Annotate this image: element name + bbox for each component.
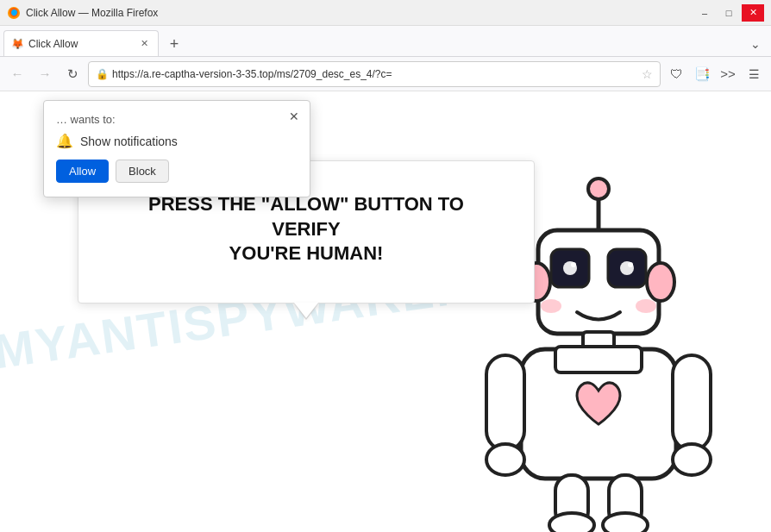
block-button[interactable]: Block [116,160,169,183]
svg-point-12 [541,299,561,313]
svg-rect-17 [486,355,524,450]
titlebar-left: Click Allow — Mozilla Firefox [7,6,158,20]
titlebar-controls: – □ ✕ [693,4,764,22]
svg-rect-19 [673,355,711,450]
back-button[interactable]: ← [5,62,29,86]
svg-point-24 [603,513,648,532]
svg-point-11 [628,262,633,267]
shield-button[interactable]: 🛡 [664,62,688,86]
new-tab-button[interactable]: + [162,32,186,56]
close-button[interactable]: ✕ [742,4,764,22]
bookmark-star-icon[interactable]: ☆ [642,67,653,81]
svg-point-18 [486,444,524,475]
svg-rect-16 [555,347,642,372]
svg-point-20 [673,444,711,475]
notification-popup: ✕ … wants to: 🔔 Show notifications Allow… [43,100,310,197]
message-title-line1: PRESS THE "ALLOW" BUTTON TO VERIFY [113,192,499,241]
reload-button[interactable]: ↻ [60,62,85,86]
svg-point-13 [636,299,656,313]
svg-point-2 [588,178,609,199]
tab-favicon-icon: 🦊 [11,38,23,50]
more-tools-button[interactable]: >> [716,62,740,86]
popup-buttons: Allow Block [56,160,298,183]
popup-close-button[interactable]: ✕ [285,108,303,125]
svg-point-5 [647,263,674,301]
message-title-line2: YOU'RE HUMAN! [113,241,499,266]
bookmark-button[interactable]: 📑 [690,62,714,86]
address-text: https://a.re-captha-version-3-35.top/ms/… [112,68,638,80]
popup-permission-row: 🔔 Show notifications [56,133,298,149]
address-bar[interactable]: 🔒 https://a.re-captha-version-3-35.top/m… [88,61,661,87]
forward-button[interactable]: → [33,62,57,86]
tab-expand-button[interactable]: ⌄ [743,32,768,56]
menu-button[interactable]: ☰ [742,62,766,86]
allow-button[interactable]: Allow [56,160,109,183]
lock-icon: 🔒 [96,68,109,80]
nav-extra-buttons: 🛡 📑 >> ☰ [664,62,766,86]
tab-title: Click Allow [28,38,132,50]
firefox-logo-icon [7,6,21,20]
maximize-button[interactable]: □ [718,4,740,22]
tab-close-button[interactable]: ✕ [137,37,151,51]
titlebar-title: Click Allow — Mozilla Firefox [26,7,158,19]
minimize-button[interactable]: – [693,4,716,22]
popup-permission-text: Show notifications [80,135,178,148]
titlebar: Click Allow — Mozilla Firefox – □ ✕ [0,0,771,26]
content-area: MYANTISPYWARE.COM ✕ … wants to: 🔔 Show n… [0,91,771,532]
svg-point-23 [549,513,594,532]
active-tab[interactable]: 🦊 Click Allow ✕ [3,30,159,56]
svg-point-10 [571,262,576,267]
navbar: ← → ↻ 🔒 https://a.re-captha-version-3-35… [0,57,771,91]
popup-wants-to-text: … wants to: [56,113,298,126]
bell-icon: 🔔 [56,133,73,149]
tabbar: 🦊 Click Allow ✕ + ⌄ [0,26,771,57]
